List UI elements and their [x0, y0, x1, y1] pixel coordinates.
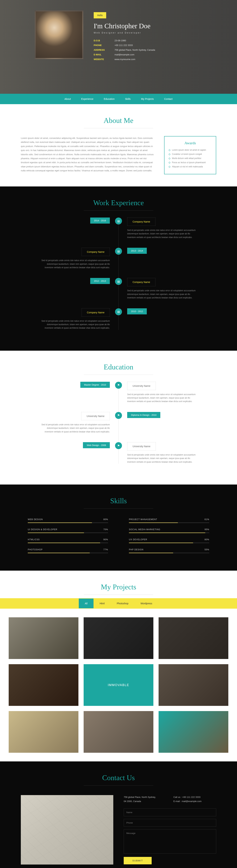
- project-thumb[interactable]: [9, 711, 78, 753]
- info-label: D.O.B: [94, 39, 114, 42]
- flag-icon: ⚑: [115, 382, 122, 389]
- awards-title: Awards: [169, 141, 211, 145]
- date-badge: Web Design - 2008: [83, 442, 110, 448]
- skill-row: PHOTOSHOP77%: [28, 549, 108, 553]
- skill-name: PHOTOSHOP: [28, 549, 42, 551]
- project-thumb[interactable]: [83, 617, 154, 659]
- contact-section: Contact Us 756 global Place, North Sydne…: [0, 762, 237, 868]
- project-thumb[interactable]: [159, 617, 228, 659]
- projects-section: My Projects AllHtmlPhotoshopWordpress IM…: [0, 570, 237, 762]
- filter-tab[interactable]: Photoshop: [111, 598, 134, 608]
- date-badge: Diploma In Design - 2010: [127, 412, 160, 418]
- info-label: WEBSITE: [94, 58, 114, 61]
- skill-name: PHP DESIGN: [129, 549, 143, 551]
- project-thumb[interactable]: [159, 664, 228, 706]
- project-thumb[interactable]: [9, 664, 78, 706]
- education-title: Education: [0, 363, 237, 375]
- date-badge: 2012 - 2013: [90, 278, 110, 284]
- awards-box: Awards Lorem ipsum dolor sit amet et sap…: [164, 136, 216, 174]
- skill-row: PROJECT MANAGEMENT61%: [129, 518, 209, 523]
- skill-pct: 95%: [205, 528, 209, 531]
- timeline-text: Sed id perspiciatis unde omnis iste natu…: [127, 453, 197, 464]
- info-value: mail@example.com: [114, 53, 134, 56]
- info-row: D.O.B23-06-1980: [94, 39, 155, 42]
- info-row: E-MAILmail@example.com: [94, 53, 155, 56]
- address-line: 04 2000, Canada: [124, 799, 167, 803]
- timeline-text: Sed id perspiciatis unde omnis iste natu…: [127, 393, 197, 403]
- phone-input[interactable]: [124, 819, 216, 827]
- project-filter-bar: AllHtmlPhotoshopWordpress: [0, 598, 237, 609]
- project-thumb[interactable]: [83, 711, 154, 753]
- address-line: 756 global Place, North Sydney,: [124, 795, 167, 799]
- contact-map[interactable]: [21, 795, 113, 865]
- date-badge: 2010 - 2012: [127, 308, 147, 314]
- about-section: About Me Lorem ipsum dolor sit amet, con…: [0, 104, 237, 186]
- skill-pct: 90%: [103, 538, 108, 541]
- timeline-row: Web Design - 2008 ⚑ University NameSed i…: [32, 442, 205, 464]
- nav-link[interactable]: About: [65, 98, 71, 100]
- submit-button[interactable]: SUBMIT: [124, 857, 151, 864]
- project-thumb[interactable]: [9, 617, 78, 659]
- skill-bar: [129, 522, 209, 523]
- nav-link[interactable]: Skills: [125, 98, 131, 100]
- school-box: University Name: [127, 442, 156, 451]
- info-row: ADDRESS756 global Place, North Sydney, C…: [94, 49, 155, 51]
- nav-link[interactable]: Experience: [81, 98, 93, 100]
- project-thumb[interactable]: [159, 711, 228, 753]
- hello-badge: Hello: [94, 12, 106, 19]
- info-row: WEBSITEwww.myresume.com: [94, 58, 155, 61]
- company-box: Company Name: [127, 218, 156, 226]
- nav-link[interactable]: Education: [104, 98, 114, 100]
- award-item: Aliquam ut nisl et velit malesuada: [169, 165, 211, 168]
- skill-pct: 77%: [103, 549, 108, 551]
- skill-name: UX DEVELOPER: [129, 538, 147, 541]
- filter-tab[interactable]: Wordpress: [134, 598, 158, 608]
- work-title: Work Experience: [0, 198, 237, 211]
- about-title: About Me: [0, 116, 237, 128]
- hero-header: Hello I'm Christopher Doe Web Designer a…: [0, 0, 237, 94]
- skills-section: Skills WEB DESIGN80%UI DESIGN & DEVELOPE…: [0, 485, 237, 570]
- skill-row: SOCIAL MEDIA MARKETING95%: [129, 528, 209, 533]
- main-nav: AboutExperienceEducationSkillsMy Project…: [0, 94, 237, 104]
- briefcase-icon: ▤: [115, 218, 122, 224]
- skill-pct: 55%: [205, 549, 209, 551]
- skill-row: UX DEVELOPER80%: [129, 538, 209, 543]
- info-row: PHONE+00 111 222 3333: [94, 44, 155, 46]
- skill-bar: [28, 532, 108, 533]
- work-section: Work Experience 2014 - 2016 ▤ Company Na…: [0, 186, 237, 351]
- timeline-text: Sed id perspiciatis unde omnis iste natu…: [40, 319, 110, 330]
- skill-bar: [28, 522, 108, 523]
- timeline-text: Sed id perspiciatis unde omnis iste natu…: [127, 289, 197, 300]
- skill-name: PROJECT MANAGEMENT: [129, 518, 157, 521]
- timeline-row: Master Degree - 2010 ⚑ University NameSe…: [32, 382, 205, 403]
- info-label: PHONE: [94, 44, 114, 46]
- briefcase-icon: ▤: [115, 278, 122, 285]
- message-input[interactable]: [124, 829, 216, 854]
- intro-block: Hello I'm Christopher Doe Web Designer a…: [94, 10, 155, 94]
- skill-row: UI DESIGN & DEVELOPER70%: [28, 528, 108, 533]
- timeline-text: Sed id perspiciatis unde omnis iste natu…: [40, 423, 110, 433]
- skill-bar: [129, 532, 209, 533]
- avatar: [35, 10, 83, 59]
- skill-bar: [28, 542, 108, 543]
- person-subtitle: Web Designer and Developer: [94, 31, 155, 34]
- skill-bar: [129, 542, 209, 543]
- skill-bar: [28, 553, 108, 553]
- briefcase-icon: ▤: [115, 248, 122, 255]
- nav-link[interactable]: Contact: [164, 98, 172, 100]
- filter-tab[interactable]: Html: [94, 598, 111, 608]
- name-input[interactable]: [124, 808, 216, 816]
- nav-link[interactable]: My Projects: [141, 98, 154, 100]
- date-badge: Master Degree - 2010: [80, 382, 110, 388]
- skill-row: PHP DESIGN55%: [129, 549, 209, 553]
- company-box: Company Name: [81, 308, 110, 317]
- info-value: +00 111 222 3333: [114, 44, 133, 46]
- skill-pct: 80%: [103, 518, 108, 521]
- skill-name: HTML/CSS: [28, 538, 40, 541]
- project-thumb[interactable]: IMMOVABLE: [83, 664, 154, 706]
- filter-tab[interactable]: All: [79, 598, 94, 608]
- person-name: I'm Christopher Doe: [94, 22, 155, 30]
- timeline-row: 2014 - 2016 ▤ Company NameSed id perspic…: [32, 218, 205, 239]
- skill-bar: [129, 553, 209, 553]
- project-grid: IMMOVABLE: [0, 609, 237, 762]
